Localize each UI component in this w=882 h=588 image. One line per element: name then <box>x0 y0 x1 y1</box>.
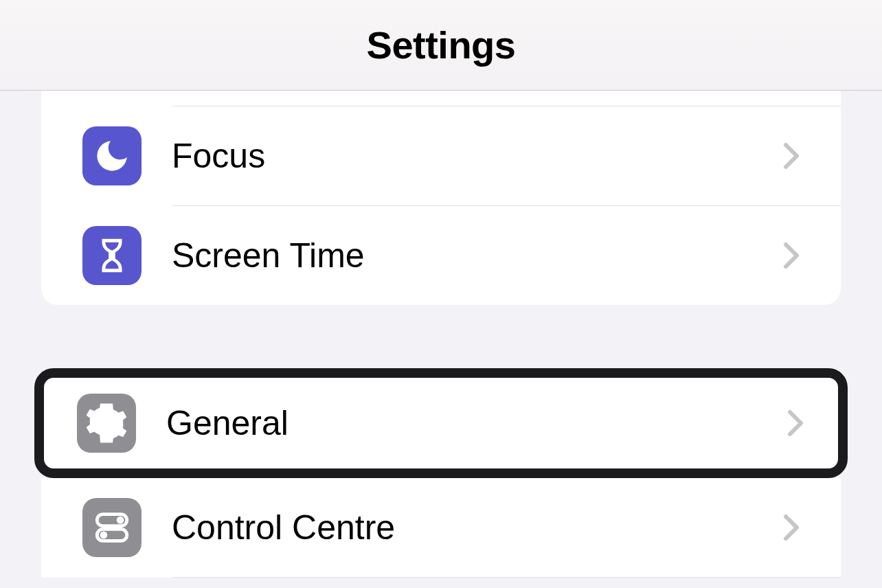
settings-row-general-highlight: General <box>34 368 848 478</box>
page-title: Settings <box>367 23 516 67</box>
settings-header: Settings <box>0 0 882 91</box>
chevron-right-icon <box>787 409 804 437</box>
settings-group-1: Focus Screen Time <box>41 91 841 305</box>
settings-content: Focus Screen Time General <box>0 91 882 578</box>
row-separator <box>41 577 841 578</box>
svg-point-1 <box>117 517 124 524</box>
chevron-right-icon <box>783 242 800 269</box>
svg-point-3 <box>100 532 108 539</box>
settings-row-label: Control Centre <box>172 508 783 547</box>
group1-partial-row <box>41 91 841 106</box>
settings-row-label: General <box>166 403 787 443</box>
settings-row-control-centre[interactable]: Control Centre <box>41 478 841 577</box>
moon-icon <box>82 126 142 185</box>
group-gap <box>0 305 882 368</box>
settings-row-general[interactable]: General <box>44 378 838 468</box>
chevron-right-icon <box>783 142 800 170</box>
settings-row-screen-time[interactable]: Screen Time <box>41 206 841 305</box>
toggles-icon <box>82 498 142 557</box>
gear-icon <box>77 394 136 453</box>
settings-group-2: Control Centre <box>41 478 841 578</box>
settings-row-focus[interactable]: Focus <box>41 106 841 205</box>
hourglass-icon <box>82 226 142 285</box>
settings-row-label: Focus <box>172 136 783 176</box>
settings-row-label: Screen Time <box>172 236 783 275</box>
chevron-right-icon <box>783 514 800 541</box>
